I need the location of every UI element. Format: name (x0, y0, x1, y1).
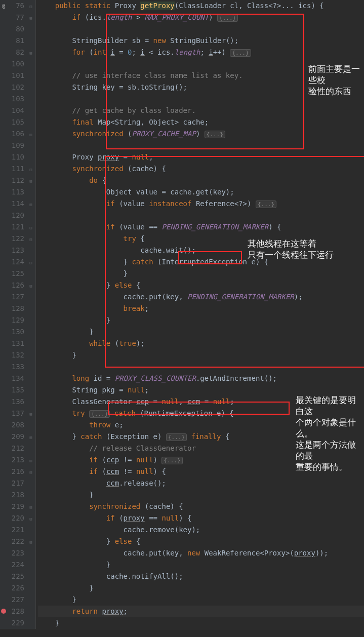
code-area[interactable]: public static Proxy getProxy(ClassLoader… (36, 0, 364, 629)
fold-marker[interactable]: ⊟ (28, 0, 35, 12)
collapse-fold-icon[interactable]: ⊟ (28, 234, 33, 246)
code-line[interactable]: // release ClassGenerator (38, 443, 364, 454)
code-line[interactable]: } (38, 314, 364, 326)
code-line[interactable] (38, 210, 364, 221)
code-line[interactable]: long id = PROXY_CLASS_COUNTER.getAndIncr… (38, 373, 364, 384)
code-line[interactable]: ccm.release(); (38, 477, 364, 489)
code-line[interactable]: } (38, 268, 364, 280)
collapse-fold-icon[interactable]: ⊟ (28, 257, 33, 269)
expand-fold-icon[interactable]: ⊞ (28, 199, 33, 211)
code-line[interactable]: } (38, 349, 364, 361)
code-line[interactable]: if (ccp != null) {...} (38, 454, 364, 466)
code-line[interactable]: cache.put(key, PENDING_GENERATION_MARKER… (38, 291, 364, 303)
code-line[interactable]: } (38, 326, 364, 338)
expand-fold-icon[interactable]: ⊞ (28, 455, 33, 467)
expand-fold-icon[interactable]: ⊞ (28, 432, 33, 444)
fold-marker[interactable]: ⊟ (28, 175, 35, 186)
fold-marker[interactable]: ⊟ (28, 536, 35, 547)
fold-marker[interactable]: ⊟ (28, 512, 35, 524)
expand-fold-icon[interactable]: ⊞ (28, 409, 33, 420)
fold-marker (28, 245, 35, 256)
token: return (72, 607, 98, 615)
code-line[interactable]: } catch (Exception e) {...} finally { (38, 431, 364, 443)
code-line[interactable]: // use interface class name list as key. (38, 70, 364, 82)
code-line[interactable]: throw e; (38, 419, 364, 431)
code-line[interactable]: String pkg = null; (38, 384, 364, 396)
fold-marker[interactable]: ⊟ (28, 221, 35, 233)
fold-marker[interactable]: ⊟ (28, 233, 35, 245)
fold-marker[interactable]: ⊞ (28, 128, 35, 140)
code-line[interactable]: if (proxy == null) { (38, 512, 364, 524)
collapse-fold-icon[interactable]: ⊟ (28, 537, 33, 548)
code-line[interactable]: do { (38, 175, 364, 186)
expand-fold-icon[interactable]: ⊞ (28, 13, 33, 24)
code-line[interactable]: synchronized (cache) { (38, 163, 364, 175)
code-line[interactable]: synchronized (PROXY_CACHE_MAP) {...} (38, 128, 364, 140)
collapse-fold-icon[interactable]: ⊟ (28, 502, 33, 513)
code-line[interactable]: ClassGenerator ccp = null, ccm = null; (38, 396, 364, 408)
fold-marker[interactable]: ⊞ (28, 408, 35, 419)
code-line[interactable]: } (38, 559, 364, 571)
code-line[interactable]: String key = sb.toString(); (38, 82, 364, 93)
code-line[interactable]: while (true); (38, 338, 364, 349)
code-line[interactable] (38, 361, 364, 373)
breakpoint-icon[interactable] (1, 609, 6, 614)
code-line[interactable]: cache.notifyAll(); (38, 571, 364, 582)
code-line[interactable] (38, 93, 364, 105)
code-line[interactable]: public static Proxy getProxy(ClassLoader… (38, 0, 364, 12)
code-line[interactable]: break; (38, 303, 364, 314)
collapse-fold-icon[interactable]: ⊟ (28, 164, 33, 176)
code-line[interactable]: } (38, 594, 364, 606)
line-number: 133 (9, 361, 24, 373)
code-line[interactable]: cache.wait(); (38, 245, 364, 256)
code-line[interactable]: final Map<String, Object> cache; (38, 116, 364, 128)
code-line[interactable]: } else { (38, 280, 364, 291)
code-line[interactable]: if (value instanceof Reference<?>) {...} (38, 198, 364, 210)
fold-marker[interactable]: ⊟ (28, 256, 35, 268)
token: break (124, 304, 145, 312)
code-line[interactable] (38, 140, 364, 151)
code-line[interactable]: cache.remove(key); (38, 524, 364, 536)
collapse-fold-icon[interactable]: ⊟ (28, 222, 33, 234)
token: catch (114, 409, 136, 417)
code-line[interactable] (38, 58, 364, 70)
code-line[interactable]: StringBuilder sb = new StringBuilder(); (38, 35, 364, 47)
code-line[interactable]: if (ccm != null) { (38, 466, 364, 477)
code-line[interactable]: } else { (38, 536, 364, 547)
fold-marker[interactable]: ⊞ (28, 431, 35, 443)
fold-marker[interactable]: ⊞ (28, 198, 35, 210)
collapse-fold-icon[interactable]: ⊟ (28, 1, 33, 13)
code-line[interactable]: synchronized (cache) { (38, 501, 364, 512)
collapse-fold-icon[interactable]: ⊟ (28, 281, 33, 292)
code-line[interactable]: if (ics.length > MAX_PROXY_COUNT) {...} (38, 12, 364, 23)
code-line[interactable]: if (value == PENDING_GENERATION_MARKER) … (38, 221, 364, 233)
fold-marker[interactable]: ⊟ (28, 501, 35, 512)
collapse-fold-icon[interactable]: ⊟ (28, 176, 33, 187)
collapse-fold-icon[interactable]: ⊟ (28, 467, 33, 479)
fold-marker[interactable]: ⊟ (28, 466, 35, 477)
code-line[interactable]: cache.put(key, new WeakReference<Proxy>(… (38, 547, 364, 559)
gutter-marker (0, 23, 7, 35)
code-line[interactable]: } (38, 617, 364, 629)
code-line[interactable]: for (int i = 0; i < ics.length; i++) {..… (38, 47, 364, 58)
fold-marker[interactable]: ⊞ (28, 47, 35, 58)
fold-marker[interactable]: ⊟ (28, 163, 35, 175)
fold-marker[interactable]: ⊞ (28, 12, 35, 23)
expand-fold-icon[interactable]: ⊞ (28, 129, 33, 141)
code-line[interactable]: } (38, 489, 364, 501)
code-line[interactable]: try {...} catch (RuntimeException e) { (38, 408, 364, 419)
code-line[interactable] (38, 23, 364, 35)
code-line[interactable]: try { (38, 233, 364, 245)
code-line[interactable]: return proxy; (38, 606, 364, 617)
code-editor[interactable]: @ 76778081821001011021031041051061091101… (0, 0, 364, 629)
code-line[interactable]: // get cache by class loader. (38, 105, 364, 116)
code-line[interactable]: } catch (InterruptedException e) { (38, 256, 364, 268)
fold-marker[interactable]: ⊟ (28, 280, 35, 291)
code-line[interactable]: Proxy proxy = null; (38, 151, 364, 163)
code-line[interactable]: } (38, 582, 364, 594)
code-line[interactable]: Object value = cache.get(key); (38, 186, 364, 198)
expand-fold-icon[interactable]: ⊞ (28, 48, 33, 59)
fold-gutter[interactable]: ⊟⊞⊞⊞⊟⊟⊞⊟⊟⊟⊟⊞⊞⊞⊟⊟⊟⊟ (28, 0, 36, 629)
collapse-fold-icon[interactable]: ⊟ (28, 513, 33, 525)
fold-marker[interactable]: ⊞ (28, 454, 35, 466)
